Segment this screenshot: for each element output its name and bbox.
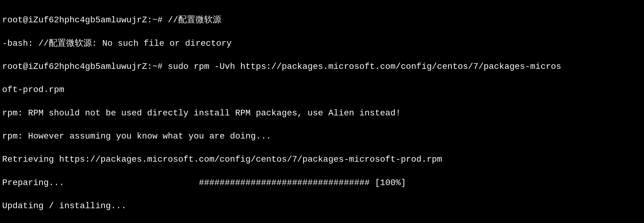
terminal-line: rpm: However assuming you know what you … bbox=[2, 130, 642, 142]
terminal-line: -bash: //配置微软源: No such file or director… bbox=[2, 38, 642, 49]
terminal-line: root@iZuf62hphc4gb5amluwujrZ:~# sudo rpm… bbox=[2, 61, 642, 72]
terminal-window[interactable]: root@iZuf62hphc4gb5amluwujrZ:~# //配置微软源 … bbox=[0, 0, 644, 223]
terminal-line: oft-prod.rpm bbox=[2, 84, 642, 95]
terminal-line: Retrieving https://packages.microsoft.co… bbox=[2, 154, 642, 165]
terminal-line: root@iZuf62hphc4gb5amluwujrZ:~# //配置微软源 bbox=[2, 14, 642, 26]
terminal-line: Updating / installing... bbox=[2, 200, 642, 212]
terminal-line: Preparing... ###########################… bbox=[2, 177, 642, 189]
terminal-line: rpm: RPM should not be used directly ins… bbox=[2, 107, 642, 119]
